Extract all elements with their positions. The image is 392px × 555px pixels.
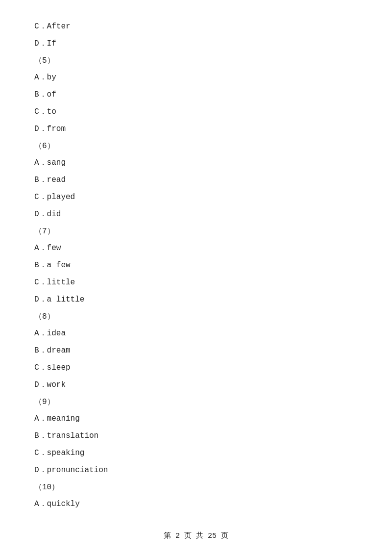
- answer-option-a-meaning: A．meaning: [34, 412, 358, 426]
- main-content: C．AfterD．If（5）A．byB．ofC．toD．from（6）A．san…: [0, 0, 392, 544]
- page-footer: 第 2 页 共 25 页: [0, 531, 392, 540]
- answer-option-a-by: A．by: [34, 71, 358, 85]
- answer-option-d-pronunciation: D．pronunciation: [34, 463, 358, 478]
- answer-option-q8: （8）: [34, 310, 358, 324]
- answer-option-q6: （6）: [34, 139, 358, 153]
- answer-option-d-did: D．did: [34, 207, 358, 222]
- answer-option-a-quickly: A．quickly: [34, 497, 358, 511]
- answer-option-b-dream: B．dream: [34, 344, 358, 358]
- answer-option-d-work: D．work: [34, 378, 358, 392]
- answer-option-a-few: A．few: [34, 241, 358, 255]
- answer-option-q10: （10）: [34, 480, 358, 495]
- footer-text: 第 2 页 共 25 页: [164, 532, 228, 540]
- answer-option-b-of: B．of: [34, 88, 358, 102]
- answer-option-q5: （5）: [34, 54, 358, 68]
- answer-option-d-a-little: D．a little: [34, 293, 358, 307]
- answer-option-c-played: C．played: [34, 190, 358, 204]
- answer-option-a-sang: A．sang: [34, 156, 358, 170]
- answer-option-c-sleep: C．sleep: [34, 361, 358, 375]
- answer-option-c-after: C．After: [34, 20, 358, 34]
- answer-option-q7: （7）: [34, 225, 358, 239]
- answer-option-c-to: C．to: [34, 105, 358, 119]
- answer-option-q9: （9）: [34, 395, 358, 409]
- answer-option-a-idea: A．idea: [34, 327, 358, 341]
- answer-option-b-translation: B．translation: [34, 429, 358, 443]
- answer-option-d-from: D．from: [34, 122, 358, 136]
- answer-option-b-a-few: B．a few: [34, 258, 358, 273]
- answer-option-d-if: D．If: [34, 37, 358, 51]
- answer-option-c-little: C．little: [34, 276, 358, 290]
- answer-option-b-read: B．read: [34, 173, 358, 187]
- answer-option-c-speaking: C．speaking: [34, 446, 358, 460]
